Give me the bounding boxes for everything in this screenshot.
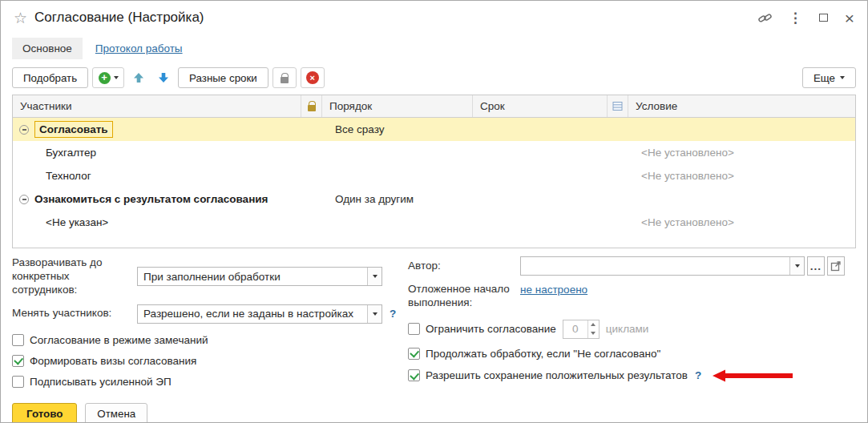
lock-button[interactable]	[273, 67, 297, 88]
order-cell[interactable]	[322, 211, 473, 234]
table-row[interactable]: Бухгалтер <Не установлено>	[13, 141, 855, 164]
lock-cell[interactable]	[301, 141, 322, 164]
checkbox-remarks-mode[interactable]: Согласование в режиме замечаний	[12, 334, 406, 346]
stepper-buttons[interactable]	[587, 320, 599, 338]
column-header-lock[interactable]	[301, 95, 322, 117]
checkbox-form-visas[interactable]: Формировать визы согласования	[12, 355, 406, 367]
checkbox-label: Согласование в режиме замечаний	[30, 334, 208, 346]
checkbox-box[interactable]	[12, 334, 24, 346]
column-header-term[interactable]: Срок	[473, 95, 608, 117]
form-left-column: Разворачивать до конкретных сотрудников:…	[12, 256, 406, 397]
term-cell[interactable]	[473, 211, 608, 234]
pick-button[interactable]: Подобрать	[12, 67, 88, 88]
get-link-icon[interactable]	[758, 11, 772, 25]
expand-to-select[interactable]: При заполнении обработки	[137, 267, 382, 286]
participant-name: Ознакомиться с результатом согласования	[34, 193, 268, 205]
collapse-icon[interactable]	[19, 195, 29, 204]
cancel-button[interactable]: Отмена	[85, 403, 147, 423]
column-header-condition[interactable]: Условие	[628, 95, 855, 117]
add-button[interactable]: +	[92, 67, 124, 88]
more-button-label: Еще	[813, 72, 835, 84]
more-menu-icon[interactable]: ⋮	[789, 10, 802, 26]
term-cell[interactable]	[473, 118, 608, 141]
table-row[interactable]: <Не указан> <Не установлено>	[13, 211, 855, 234]
checkbox-continue-if-rejected[interactable]: Продолжать обработку, если "Не согласова…	[408, 348, 856, 360]
checkbox-box[interactable]	[408, 323, 420, 335]
maximize-icon[interactable]	[819, 14, 828, 22]
column-header-participants[interactable]: Участники	[13, 95, 301, 117]
current-cell[interactable]: Согласовать	[34, 121, 113, 138]
condition-icon-cell[interactable]	[608, 141, 628, 164]
participants-cell[interactable]: Согласовать	[13, 118, 301, 141]
table-row[interactable]: Ознакомиться с результатом согласования …	[13, 187, 855, 211]
condition-icon-cell[interactable]	[608, 118, 628, 141]
collapse-icon[interactable]	[19, 125, 29, 135]
lock-cell[interactable]	[301, 118, 322, 141]
author-label: Автор:	[408, 260, 520, 273]
condition-icon-cell[interactable]	[608, 187, 628, 211]
participant-name: Технолог	[46, 170, 91, 182]
help-icon[interactable]: ?	[390, 308, 396, 320]
term-cell[interactable]	[473, 164, 608, 187]
expand-to-label: Разворачивать до конкретных сотрудников:	[12, 256, 137, 297]
checkbox-box[interactable]	[408, 369, 420, 381]
tab-main[interactable]: Основное	[12, 38, 83, 59]
author-choose-button[interactable]: ...	[807, 256, 825, 276]
tab-protocol-link[interactable]: Протокол работы	[95, 42, 183, 54]
table-row[interactable]: Согласовать Все сразу	[13, 118, 855, 141]
condition-cell[interactable]	[628, 187, 855, 211]
favorite-star-icon[interactable]: ☆	[14, 9, 27, 27]
column-header-condition-icon[interactable]	[608, 95, 628, 117]
close-icon[interactable]: ×	[845, 10, 854, 26]
condition-icon-cell[interactable]	[608, 164, 628, 187]
author-open-button[interactable]	[827, 256, 845, 276]
stepper-value: 0	[563, 320, 587, 338]
lock-cell[interactable]	[301, 187, 322, 211]
lock-cell[interactable]	[301, 164, 322, 187]
form-right-column: Автор: ... Отложенное начало выполнения:…	[406, 256, 856, 392]
stepper-up-icon[interactable]	[588, 320, 599, 329]
cycles-suffix: циклами	[606, 323, 649, 335]
done-button[interactable]: Готово	[12, 403, 77, 423]
condition-cell[interactable]: <Не установлено>	[628, 141, 855, 164]
move-up-button[interactable]	[128, 67, 149, 88]
checkbox-sign-enhanced[interactable]: Подписывать усиленной ЭП	[12, 376, 406, 388]
checkbox-allow-save-positive-row: Разрешить сохранение положительных резул…	[408, 369, 856, 383]
help-icon[interactable]: ?	[695, 369, 701, 381]
condition-cell[interactable]: <Не установлено>	[628, 211, 855, 234]
change-participants-select[interactable]: Разрешено, если не заданы в настройках	[137, 304, 382, 324]
order-cell[interactable]: Один за другим	[322, 187, 473, 211]
checkbox-label: Продолжать обработку, если "Не согласова…	[426, 348, 660, 360]
titlebar: ☆ Согласование (Настройка) ⋮ ×	[1, 1, 867, 34]
expand-to-row: Разворачивать до конкретных сотрудников:…	[12, 256, 406, 297]
move-down-button[interactable]	[153, 67, 174, 88]
participants-cell[interactable]: <Не указан>	[13, 211, 301, 234]
participants-cell[interactable]: Технолог	[13, 164, 301, 187]
order-cell[interactable]	[322, 164, 473, 187]
checkbox-box[interactable]	[408, 348, 420, 360]
order-cell[interactable]: Все сразу	[322, 118, 473, 141]
participants-cell[interactable]: Ознакомиться с результатом согласования	[13, 187, 301, 211]
checkbox-box[interactable]	[12, 376, 24, 388]
participants-cell[interactable]: Бухгалтер	[13, 141, 301, 164]
different-terms-button[interactable]: Разные сроки	[178, 67, 268, 88]
chevron-down-icon[interactable]	[789, 257, 804, 275]
chevron-down-icon[interactable]	[367, 268, 382, 285]
cycles-stepper[interactable]: 0	[563, 320, 600, 339]
lock-cell[interactable]	[301, 211, 322, 234]
column-header-order[interactable]: Порядок	[322, 95, 473, 117]
author-select[interactable]	[520, 256, 805, 276]
checkbox-box[interactable]	[12, 355, 24, 367]
condition-icon-cell[interactable]	[608, 211, 628, 234]
delete-button[interactable]: ×	[301, 67, 325, 88]
term-cell[interactable]	[473, 187, 608, 211]
more-button[interactable]: Еще	[802, 67, 856, 88]
order-cell[interactable]	[322, 141, 473, 164]
stepper-down-icon[interactable]	[588, 329, 599, 338]
term-cell[interactable]	[473, 141, 608, 164]
chevron-down-icon[interactable]	[367, 305, 382, 323]
deferred-start-link[interactable]: не настроено	[520, 284, 587, 296]
condition-cell[interactable]: <Не установлено>	[628, 164, 855, 187]
table-row[interactable]: Технолог <Не установлено>	[13, 164, 855, 187]
condition-cell[interactable]	[628, 118, 855, 141]
